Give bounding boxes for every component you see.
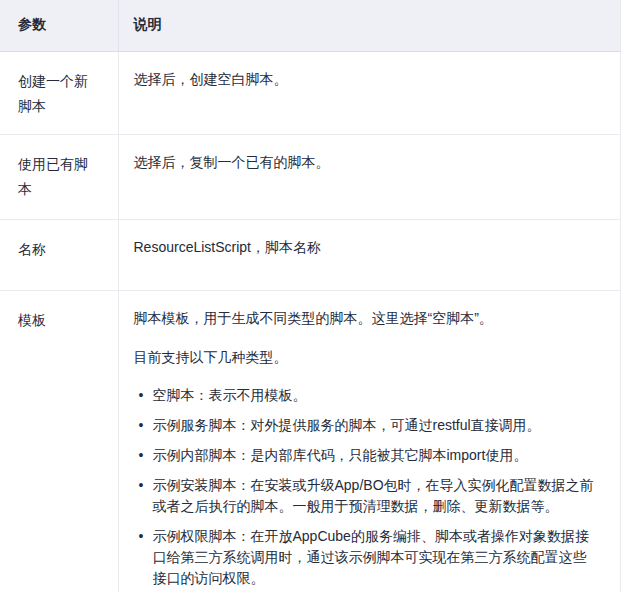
table-header-row: 参数 说明 [0,0,621,51]
desc-cell-create-new-script: 选择后，创建空白脚本。 [118,51,621,134]
template-subintro-text: 目前支持以下几种类型。 [134,347,601,368]
column-header-desc: 说明 [118,0,621,51]
desc-cell-name: ResourceListScript，脚本名称 [118,219,621,290]
table-row-create-new-script: 创建一个新脚本 选择后，创建空白脚本。 [0,51,621,134]
list-item-permission-script: 示例权限脚本：在开放AppCube的服务编排、脚本或者操作对象数据接口给第三方系… [134,526,601,589]
template-type-list: 空脚本：表示不用模板。 示例服务脚本：对外提供服务的脚本，可通过restful直… [134,385,601,592]
table-row-name: 名称 ResourceListScript，脚本名称 [0,219,621,290]
list-item-internal-script: 示例内部脚本：是内部库代码，只能被其它脚本import使用。 [134,445,601,466]
desc-cell-template: 脚本模板，用于生成不同类型的脚本。这里选择“空脚本”。 目前支持以下几种类型。 … [118,290,621,592]
list-item-service-script: 示例服务脚本：对外提供服务的脚本，可通过restful直接调用。 [134,415,601,436]
list-item-install-script: 示例安装脚本：在安装或升级App/BO包时，在导入实例化配置数据之前或者之后执行… [134,475,601,517]
param-cell-create-new-script: 创建一个新脚本 [0,51,118,134]
param-cell-use-existing-script: 使用已有脚本 [0,134,118,219]
template-intro-text: 脚本模板，用于生成不同类型的脚本。这里选择“空脚本”。 [134,308,601,329]
table-row-template: 模板 脚本模板，用于生成不同类型的脚本。这里选择“空脚本”。 目前支持以下几种类… [0,290,621,592]
param-cell-name: 名称 [0,219,118,290]
list-item-empty-script: 空脚本：表示不用模板。 [134,385,601,406]
param-cell-template: 模板 [0,290,118,592]
table-row-use-existing-script: 使用已有脚本 选择后，复制一个已有的脚本。 [0,134,621,219]
column-header-param: 参数 [0,0,118,51]
desc-cell-use-existing-script: 选择后，复制一个已有的脚本。 [118,134,621,219]
parameter-table: 参数 说明 创建一个新脚本 选择后，创建空白脚本。 使用已有脚本 选择后，复制一… [0,0,621,592]
